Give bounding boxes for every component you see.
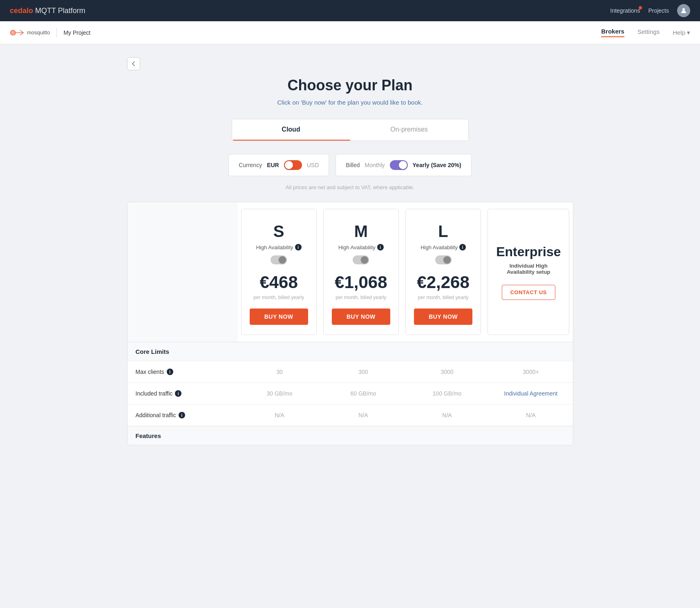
plan-l-letter: L [414, 222, 472, 241]
currency-usd: USD [307, 162, 319, 168]
included-traffic-info[interactable]: i [175, 390, 181, 397]
enterprise-title: Enterprise [496, 244, 561, 259]
additional-traffic-row: Additional traffic i N/A N/A N/A N/A [127, 404, 573, 426]
main-content: Choose your Plan Click on 'Buy now' for … [117, 44, 583, 458]
plan-m-price: €1,068 [332, 273, 390, 292]
additional-traffic-info[interactable]: i [179, 412, 185, 418]
brokers-tab[interactable]: Brokers [601, 28, 624, 37]
core-limits-title: Core Limits [127, 342, 238, 361]
billing-option: Billed Monthly Yearly (Save 20%) [335, 154, 471, 176]
options-row: Currency EUR USD Billed Monthly Yearly (… [127, 154, 573, 176]
core-limits-section: Core Limits Max clients i 30 300 3000 30… [127, 342, 573, 426]
svg-point-0 [682, 8, 685, 11]
plan-m-info-icon[interactable]: i [377, 244, 384, 250]
back-button[interactable] [127, 57, 140, 70]
plan-m-ha: High Availability i [332, 244, 390, 250]
sub-nav-links: Brokers Settings Help ▾ [601, 28, 690, 37]
max-clients-info[interactable]: i [167, 369, 173, 375]
plan-s-letter: S [250, 222, 308, 241]
project-name: My Project [63, 29, 90, 36]
billing-monthly: Monthly [365, 162, 385, 168]
mosquitto-logo: mosquitto [10, 28, 50, 38]
contact-us-button[interactable]: CONTACT US [502, 285, 555, 300]
plan-s-ha: High Availability i [250, 244, 308, 250]
plan-s: S High Availability i €468 per month, bi… [241, 209, 317, 335]
max-clients-l: 3000 [405, 361, 489, 382]
chevron-down-icon: ▾ [687, 29, 690, 36]
sub-navigation: mosquitto My Project Brokers Settings He… [0, 21, 700, 44]
core-limits-header: Core Limits [127, 342, 573, 361]
billing-toggle[interactable] [390, 160, 408, 170]
plan-l-price: €2,268 [414, 273, 472, 292]
additional-traffic-m: N/A [322, 405, 405, 426]
plan-m-letter: M [332, 222, 390, 241]
integrations-link[interactable]: Integrations [610, 7, 640, 14]
notification-dot [639, 6, 642, 9]
tab-on-premises[interactable]: On-premises [350, 119, 468, 141]
plan-s-ha-knob [279, 256, 286, 264]
plans-and-features: S High Availability i €468 per month, bi… [127, 202, 573, 445]
projects-link[interactable]: Projects [648, 7, 669, 14]
page-subtitle: Click on 'Buy now' for the plan you woul… [127, 99, 573, 106]
plan-s-ha-toggle[interactable] [271, 255, 287, 264]
features-section-header: Features [127, 426, 573, 445]
plan-enterprise: Enterprise Individual High Availability … [488, 209, 569, 335]
included-traffic-enterprise: Individual Agreement [489, 383, 573, 404]
cedalo-logo-text: cedalo MQTT Platform [10, 7, 85, 15]
plan-m-buy-btn[interactable]: BUY NOW [332, 308, 390, 325]
max-clients-enterprise: 3000+ [489, 361, 573, 382]
plan-m: M High Availability i €1,068 per month, … [323, 209, 399, 335]
enterprise-sub: Individual High Availability setup [496, 263, 561, 275]
additional-traffic-l: N/A [405, 405, 489, 426]
plan-m-ha-toggle[interactable] [353, 255, 369, 264]
included-traffic-l: 100 GB/mo [405, 383, 489, 404]
svg-line-5 [20, 30, 24, 33]
additional-traffic-enterprise: N/A [489, 405, 573, 426]
top-nav-logo: cedalo MQTT Platform [10, 7, 85, 15]
billing-knob [399, 161, 407, 169]
max-clients-m: 300 [322, 361, 405, 382]
settings-tab[interactable]: Settings [637, 28, 660, 37]
included-traffic-label: Included traffic i [127, 383, 238, 404]
currency-eur: EUR [267, 162, 279, 168]
currency-option: Currency EUR USD [228, 154, 329, 176]
toggle-knob [285, 161, 293, 169]
additional-traffic-s: N/A [238, 405, 322, 426]
svg-point-3 [12, 32, 13, 33]
nav-divider [56, 28, 57, 38]
tab-cloud[interactable]: Cloud [232, 119, 350, 141]
currency-label: Currency [239, 162, 262, 168]
billing-label: Billed [346, 162, 360, 168]
plan-s-info-icon[interactable]: i [295, 244, 302, 250]
plan-s-period: per month, billed yearly [250, 295, 308, 300]
help-link[interactable]: Help ▾ [673, 29, 690, 36]
plan-l-info-icon[interactable]: i [459, 244, 466, 250]
plan-l-ha-toggle[interactable] [435, 255, 452, 264]
included-traffic-m: 60 GB/mo [322, 383, 405, 404]
currency-toggle[interactable] [284, 160, 302, 170]
max-clients-label: Max clients i [127, 361, 238, 382]
vat-note: All prices are net and subject to VAT, w… [127, 184, 573, 190]
top-navigation: cedalo MQTT Platform Integrations Projec… [0, 0, 700, 21]
plan-l-buy-btn[interactable]: BUY NOW [414, 308, 472, 325]
user-avatar[interactable] [677, 4, 690, 17]
max-clients-row: Max clients i 30 300 3000 3000+ [127, 361, 573, 382]
plan-l: L High Availability i €2,268 per month, … [405, 209, 481, 335]
plan-l-period: per month, billed yearly [414, 295, 472, 300]
features-title: Features [127, 427, 238, 445]
svg-line-6 [20, 33, 24, 35]
top-nav-links: Integrations Projects [610, 4, 690, 17]
plan-s-price: €468 [250, 273, 308, 292]
plan-tabs: Cloud On-premises [232, 119, 469, 141]
max-clients-s: 30 [238, 361, 322, 382]
plan-m-ha-knob [361, 256, 368, 264]
sub-nav-left: mosquitto My Project [10, 28, 91, 38]
additional-traffic-label: Additional traffic i [127, 405, 238, 426]
plan-l-ha-knob [443, 256, 451, 264]
billing-yearly: Yearly (Save 20%) [413, 162, 461, 168]
plan-s-buy-btn[interactable]: BUY NOW [250, 308, 308, 325]
plan-m-period: per month, billed yearly [332, 295, 390, 300]
page-title: Choose your Plan [127, 77, 573, 94]
included-traffic-row: Included traffic i 30 GB/mo 60 GB/mo 100… [127, 382, 573, 404]
plan-l-ha: High Availability i [414, 244, 472, 250]
